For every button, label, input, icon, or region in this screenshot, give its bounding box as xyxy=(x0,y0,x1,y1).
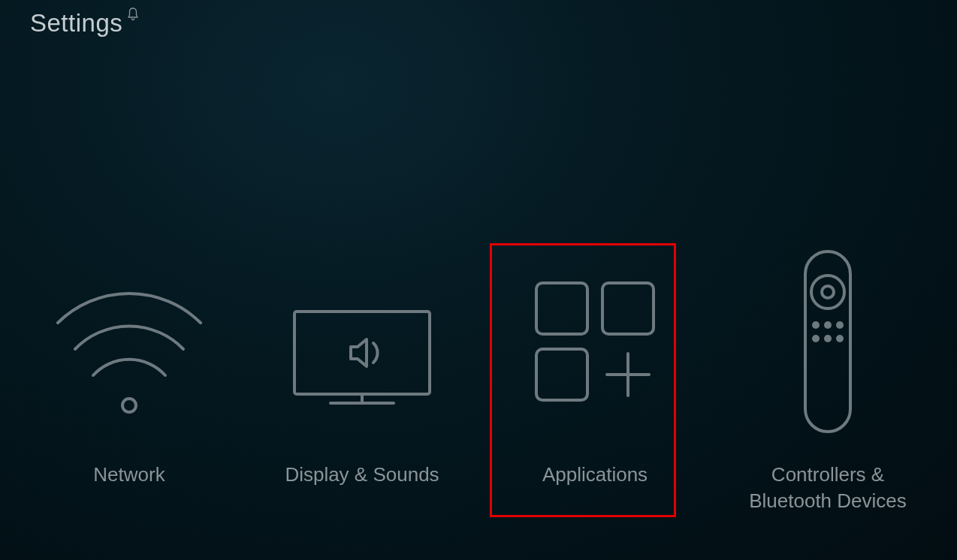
header: Settings xyxy=(30,9,139,38)
svg-rect-5 xyxy=(602,283,654,334)
svg-point-13 xyxy=(824,321,832,329)
svg-point-16 xyxy=(824,335,832,342)
bell-icon xyxy=(127,9,139,21)
page-title: Settings xyxy=(30,9,122,38)
tile-display-sounds[interactable]: Display & Sounds xyxy=(267,244,458,514)
tile-label-controllers: Controllers & Bluetooth Devices xyxy=(732,462,924,514)
remote-icon xyxy=(783,244,873,439)
svg-point-0 xyxy=(122,399,136,412)
apps-icon xyxy=(512,244,678,439)
svg-point-10 xyxy=(811,275,844,309)
tile-label-display-sounds: Display & Sounds xyxy=(285,462,439,488)
tile-label-network: Network xyxy=(93,462,165,488)
tv-sound-icon xyxy=(279,244,445,439)
svg-point-15 xyxy=(812,335,820,342)
tile-label-applications: Applications xyxy=(542,462,648,488)
svg-point-11 xyxy=(822,286,834,298)
svg-rect-6 xyxy=(536,349,587,400)
tile-applications[interactable]: Applications xyxy=(500,244,691,514)
svg-point-12 xyxy=(812,321,820,329)
svg-rect-4 xyxy=(536,283,587,334)
tile-network[interactable]: Network xyxy=(34,244,225,514)
svg-point-17 xyxy=(836,335,844,342)
tile-controllers[interactable]: Controllers & Bluetooth Devices xyxy=(732,244,924,514)
settings-tiles-row: Network Display & Sounds xyxy=(0,244,957,514)
svg-point-14 xyxy=(836,321,844,329)
svg-rect-1 xyxy=(294,312,430,394)
wifi-icon xyxy=(47,244,212,439)
